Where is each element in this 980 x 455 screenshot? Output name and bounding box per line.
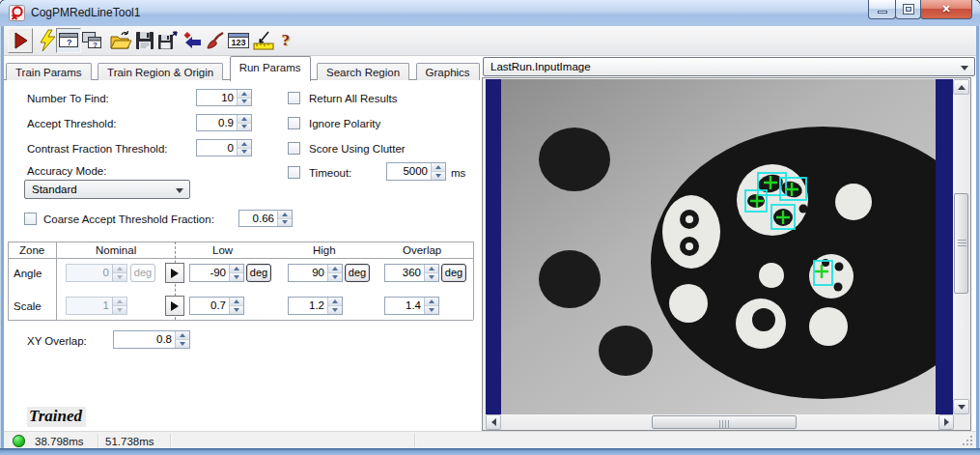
scale-overlap-field[interactable]: 1.4 xyxy=(384,297,439,315)
coarse-accept-stepper[interactable] xyxy=(277,211,292,226)
number-to-find-stepper[interactable] xyxy=(237,90,251,105)
angle-low-field[interactable]: -90 xyxy=(189,264,244,282)
number-to-find-value[interactable]: 10 xyxy=(197,90,237,105)
accuracy-mode-select[interactable]: Standard xyxy=(24,180,190,199)
timeout-checkbox[interactable] xyxy=(288,166,300,179)
ignore-polarity-label[interactable]: Ignore Polarity xyxy=(309,118,380,129)
cognex-app-icon[interactable] xyxy=(9,5,25,21)
spin-up-button[interactable] xyxy=(176,331,189,340)
scale-nominal-stepper[interactable] xyxy=(112,298,126,314)
coarse-accept-value[interactable]: 0.66 xyxy=(239,211,277,226)
score-using-clutter-checkbox[interactable] xyxy=(288,142,300,155)
spin-up-button[interactable] xyxy=(328,298,342,306)
angle-overlap-stepper[interactable] xyxy=(424,265,438,281)
coarse-accept-label[interactable]: Coarse Accept Threshold Fraction: xyxy=(43,213,214,225)
coarse-accept-checkbox[interactable] xyxy=(24,213,37,225)
angle-high-unit-button[interactable]: deg xyxy=(345,264,370,282)
angle-overlap-unit-button[interactable]: deg xyxy=(441,264,466,282)
scroll-down-button[interactable] xyxy=(953,399,969,414)
timeout-stepper[interactable] xyxy=(431,163,445,180)
edit-button[interactable] xyxy=(202,28,227,53)
scale-overlap-stepper[interactable] xyxy=(424,298,438,314)
spin-down-button[interactable] xyxy=(425,306,438,314)
angle-nominal-unit-button[interactable]: deg xyxy=(130,264,155,282)
scale-high-field[interactable]: 1.2 xyxy=(288,297,343,315)
accept-threshold-stepper[interactable] xyxy=(237,115,251,130)
save-button[interactable] xyxy=(132,28,157,53)
spin-down-button[interactable] xyxy=(432,172,445,180)
contrast-fraction-threshold-field[interactable]: 0 xyxy=(196,139,252,156)
close-button[interactable]: ✕ xyxy=(920,0,972,19)
return-all-results-checkbox[interactable] xyxy=(288,92,300,104)
coarse-accept-field[interactable]: 0.66 xyxy=(238,210,293,227)
spin-up-button[interactable] xyxy=(230,298,243,306)
tab-run-params[interactable]: Run Params xyxy=(230,56,311,81)
help-button[interactable]: ? ? xyxy=(274,28,299,53)
angle-low-unit-button[interactable]: deg xyxy=(246,264,271,282)
resize-grip[interactable] xyxy=(962,435,972,445)
contrast-fraction-threshold-stepper[interactable] xyxy=(237,140,251,156)
accept-threshold-value[interactable]: 0.9 xyxy=(197,115,237,130)
xy-overlap-stepper[interactable] xyxy=(175,331,189,348)
spin-up-button[interactable] xyxy=(113,265,126,273)
horizontal-scrollbar[interactable] xyxy=(486,414,954,430)
float-window-button[interactable]: ? xyxy=(79,28,104,53)
numeric-display-button[interactable]: 123 xyxy=(226,28,251,53)
angle-overlap-field[interactable]: 360 xyxy=(384,264,439,282)
spin-up-button[interactable] xyxy=(238,90,251,99)
image-canvas[interactable] xyxy=(486,79,954,414)
xy-overlap-value[interactable]: 0.8 xyxy=(114,331,175,348)
spin-down-button[interactable] xyxy=(328,306,342,314)
scroll-left-button[interactable] xyxy=(486,414,501,430)
spin-down-button[interactable] xyxy=(238,149,251,156)
angle-nominal-field[interactable]: 0 xyxy=(66,264,127,282)
spin-down-button[interactable] xyxy=(328,273,342,281)
angle-low-stepper[interactable] xyxy=(229,265,243,281)
spin-down-button[interactable] xyxy=(278,219,292,227)
scroll-right-button[interactable] xyxy=(938,414,954,430)
spin-down-button[interactable] xyxy=(176,340,189,348)
angle-low-value[interactable]: -90 xyxy=(190,265,229,281)
spin-down-button[interactable] xyxy=(230,273,243,281)
timeout-label[interactable]: Timeout: xyxy=(309,167,351,179)
spin-down-button[interactable] xyxy=(238,124,251,131)
spin-down-button[interactable] xyxy=(230,306,243,314)
scale-low-field[interactable]: 0.7 xyxy=(189,297,244,315)
open-file-button[interactable] xyxy=(108,28,133,53)
scale-overlap-value[interactable]: 1.4 xyxy=(385,298,424,314)
number-to-find-field[interactable]: 10 xyxy=(196,89,252,106)
scale-low-value[interactable]: 0.7 xyxy=(190,298,229,314)
spin-up-button[interactable] xyxy=(238,115,251,124)
spin-down-button[interactable] xyxy=(113,306,126,314)
score-using-clutter-label[interactable]: Score Using Clutter xyxy=(309,143,406,155)
scale-nominal-field[interactable]: 1 xyxy=(66,297,127,315)
contrast-fraction-threshold-value[interactable]: 0 xyxy=(197,140,237,156)
minimize-button[interactable] xyxy=(868,0,896,19)
save-image-button[interactable] xyxy=(155,28,181,53)
show-display-button[interactable]: ? xyxy=(56,28,81,53)
run-button[interactable] xyxy=(8,28,33,53)
spin-down-button[interactable] xyxy=(113,273,126,281)
angle-high-field[interactable]: 90 xyxy=(288,264,343,282)
scale-nominal-value[interactable]: 1 xyxy=(67,298,112,314)
angle-nominal-stepper[interactable] xyxy=(112,265,126,281)
angle-expand-button[interactable] xyxy=(165,263,184,283)
accept-threshold-field[interactable]: 0.9 xyxy=(196,114,252,131)
spin-down-button[interactable] xyxy=(425,273,438,281)
angle-high-stepper[interactable] xyxy=(327,265,342,281)
spin-up-button[interactable] xyxy=(238,140,251,149)
spin-up-button[interactable] xyxy=(278,211,292,219)
vertical-scrollbar[interactable] xyxy=(953,79,969,414)
image-selector[interactable]: LastRun.InputImage xyxy=(483,57,975,76)
spin-up-button[interactable] xyxy=(432,163,445,172)
horizontal-scroll-thumb[interactable] xyxy=(652,415,797,429)
spin-up-button[interactable] xyxy=(425,265,438,273)
xy-overlap-field[interactable]: 0.8 xyxy=(113,330,190,349)
scale-high-value[interactable]: 1.2 xyxy=(289,298,327,314)
scale-expand-button[interactable] xyxy=(165,296,184,316)
scale-low-stepper[interactable] xyxy=(229,298,243,314)
maximize-button[interactable] xyxy=(895,0,921,19)
titlebar[interactable]: CogPMRedLineTool1 ✕ xyxy=(0,0,980,26)
return-all-results-label[interactable]: Return All Results xyxy=(309,93,397,104)
spin-up-button[interactable] xyxy=(113,298,126,306)
